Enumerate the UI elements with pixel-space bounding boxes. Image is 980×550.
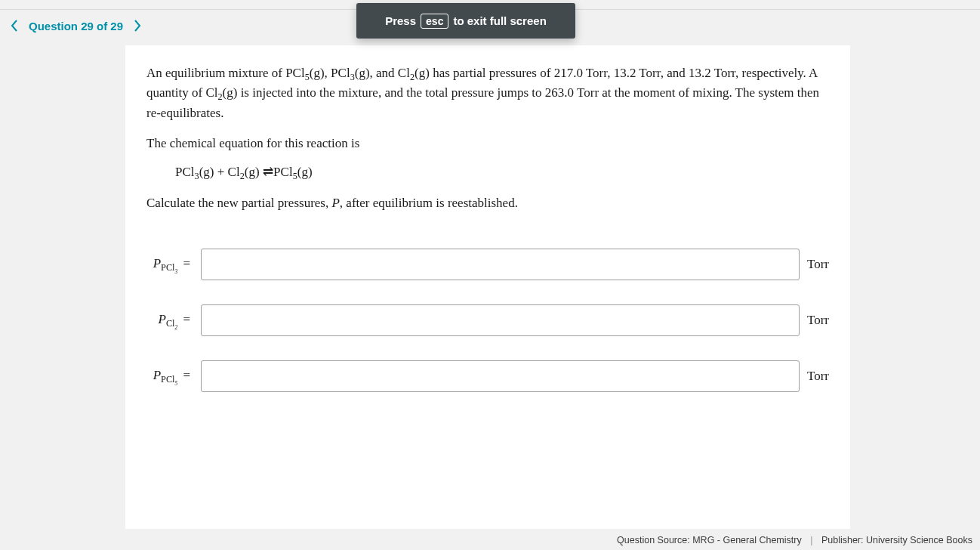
footer-separator: | [810,535,812,545]
answer-row-pcl3: PPCl3 = Torr [146,249,829,280]
footer-source-label: Question Source: [617,535,690,545]
esc-key-badge: esc [421,14,448,29]
unit-cl2: Torr [807,313,829,328]
answer-row-cl2: PCl2 = Torr [146,304,829,336]
answer-row-pcl5: PPCl5 = Torr [146,360,829,392]
answer-input-pcl3[interactable] [201,249,800,280]
unit-pcl3: Torr [807,257,829,272]
overlay-press-text: Press [385,14,416,27]
footer-source-value: MRG - General Chemistry [692,535,801,545]
problem-paragraph-2: The chemical equation for this reaction … [146,134,829,153]
overlay-exit-text: to exit full screen [453,14,546,27]
question-label: Question 29 of 29 [29,20,123,32]
answer-input-pcl5[interactable] [201,360,800,392]
unit-pcl5: Torr [807,369,829,384]
chemical-equation: PCl3(g) + Cl2(g) ⇌ PCl5(g) [175,164,829,180]
footer: Question Source: MRG - General Chemistry… [617,535,972,545]
problem-paragraph-1: An equilibrium mixture of PCl5(g), PCl3(… [146,63,829,123]
answer-input-cl2[interactable] [201,304,800,336]
footer-publisher-label: Publisher: [821,535,864,545]
next-question-button[interactable] [131,19,144,32]
fullscreen-esc-overlay: Press esc to exit full screen [356,3,575,39]
answer-label-pcl5: PPCl5 = [146,368,193,384]
answer-label-cl2: PCl2 = [146,312,193,328]
question-card: An equilibrium mixture of PCl5(g), PCl3(… [125,45,850,529]
answer-label-pcl3: PPCl3 = [146,256,193,272]
footer-publisher-value: University Science Books [866,535,972,545]
chevron-left-icon [11,20,18,32]
chevron-right-icon [134,20,141,32]
question-nav: Question 29 of 29 [0,19,144,32]
prev-question-button[interactable] [8,19,21,32]
problem-paragraph-3: Calculate the new partial pressures, P, … [146,193,829,213]
